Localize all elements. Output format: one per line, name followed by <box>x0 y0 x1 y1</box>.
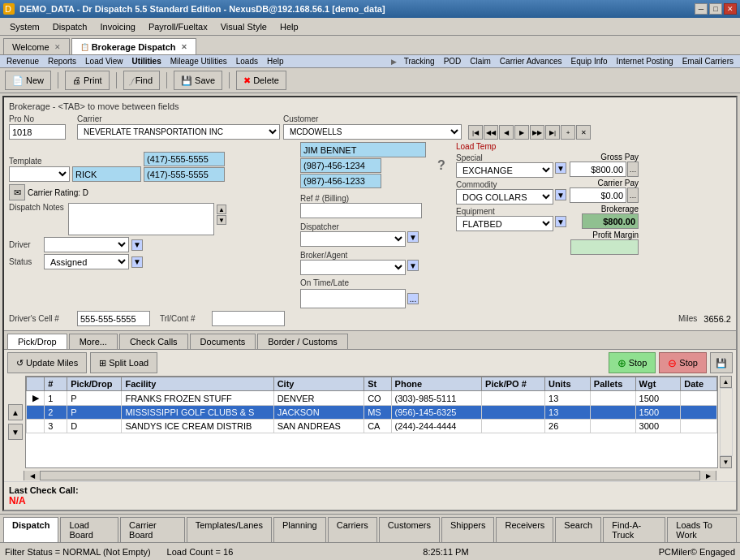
nav-add[interactable]: + <box>561 125 575 140</box>
dispatcher-expand-icon[interactable]: ▼ <box>407 231 419 243</box>
bottom-tab-planning[interactable]: Planning <box>273 517 326 542</box>
driver-name-field[interactable] <box>72 166 141 182</box>
bottom-tab-carrier-board[interactable]: Carrier Board <box>120 517 185 542</box>
carrier-pay-expand[interactable]: … <box>627 187 639 203</box>
carrier-pay-field[interactable] <box>570 187 626 203</box>
driver-select[interactable] <box>44 237 129 252</box>
sub-carrier-advances[interactable]: Carrier Advances <box>497 56 566 67</box>
tab-brokerage-close[interactable]: ✕ <box>181 43 187 51</box>
scroll-up-icon[interactable]: ▲ <box>217 205 226 214</box>
sub-email-carriers[interactable]: Email Carriers <box>679 56 737 67</box>
gross-pay-field[interactable] <box>570 162 626 177</box>
tab-brokerage-dispatch[interactable]: 📋 Brokerage Dispatch ✕ <box>71 38 196 54</box>
carrier-phone2[interactable] <box>144 167 225 182</box>
split-load-button[interactable]: ⊞ Split Load <box>90 352 157 373</box>
on-time-field[interactable] <box>300 289 406 308</box>
nav-next-far[interactable]: ▶▶ <box>530 125 544 140</box>
tab-documents[interactable]: Documents <box>190 334 256 349</box>
brokerage-field[interactable] <box>582 213 639 229</box>
special-expand-icon[interactable]: ▼ <box>555 162 566 174</box>
nav-prev-far[interactable]: ◀◀ <box>484 125 498 140</box>
tab-check-calls[interactable]: Check Calls <box>119 334 188 349</box>
equipment-select[interactable]: FLATBED <box>456 216 553 231</box>
save-row-button[interactable]: 💾 <box>710 352 733 373</box>
template-select[interactable] <box>9 166 70 182</box>
table-row[interactable]: 2 P MISSISSIPPI GOLF CLUBS & S JACKSON M… <box>27 406 717 420</box>
update-miles-button[interactable]: ↺ Update Miles <box>7 352 87 373</box>
close-button[interactable]: ✕ <box>724 3 737 15</box>
minimize-button[interactable]: ─ <box>695 3 708 15</box>
sub-help[interactable]: Help <box>264 56 287 67</box>
status-expand-icon[interactable]: ▼ <box>131 256 143 268</box>
bottom-tab-templates[interactable]: Templates/Lanes <box>187 517 272 542</box>
row-up-button[interactable]: ▲ <box>8 404 23 420</box>
commodity-select[interactable]: DOG COLLARS <box>456 189 553 205</box>
tab-more[interactable]: More... <box>69 334 118 349</box>
on-time-expand-icon[interactable]: ... <box>407 293 419 304</box>
sub-loads[interactable]: Loads <box>233 56 261 67</box>
stop-red-button[interactable]: ⊖ Stop <box>659 352 707 373</box>
menu-help[interactable]: Help <box>273 20 305 33</box>
bottom-tab-dispatch[interactable]: Dispatch <box>3 517 58 542</box>
gross-pay-expand[interactable]: … <box>627 162 639 177</box>
tab-border-customs[interactable]: Border / Customs <box>257 334 348 349</box>
contact-name-field[interactable] <box>300 142 426 157</box>
bottom-tab-customers[interactable]: Customers <box>379 517 440 542</box>
contact-phone1[interactable] <box>300 158 381 173</box>
menu-payroll[interactable]: Payroll/Fueltax <box>142 20 214 33</box>
tab-welcome[interactable]: Welcome ✕ <box>3 38 70 54</box>
sub-reports[interactable]: Reports <box>45 56 80 67</box>
carrier-phone1[interactable] <box>144 152 225 166</box>
menu-visual-style[interactable]: Visual Style <box>214 20 273 33</box>
broker-expand-icon[interactable]: ▼ <box>407 260 419 271</box>
maximize-button[interactable]: □ <box>709 3 722 15</box>
sub-mileage[interactable]: Mileage Utilities <box>167 56 230 67</box>
bottom-tab-search[interactable]: Search <box>555 517 601 542</box>
bottom-tab-loads-to-work[interactable]: Loads To Work <box>667 517 737 542</box>
table-row[interactable]: ▶ 1 P FRANKS FROZEN STUFF DENVER CO (303… <box>27 391 717 406</box>
nav-first[interactable]: |◀ <box>468 125 483 140</box>
save-button[interactable]: 💾 Save <box>174 71 222 90</box>
dispatch-notes-field[interactable] <box>68 203 214 235</box>
tab-welcome-close[interactable]: ✕ <box>54 43 61 51</box>
expand-icon[interactable]: ▼ <box>131 239 143 251</box>
special-select[interactable]: EXCHANGE <box>456 162 553 178</box>
sub-internet-posting[interactable]: Internet Posting <box>613 56 677 67</box>
pro-no-field[interactable] <box>9 124 66 140</box>
tab-pick-drop[interactable]: Pick/Drop <box>7 334 67 349</box>
sub-pod[interactable]: POD <box>441 56 465 67</box>
print-button[interactable]: 🖨 Print <box>65 71 110 90</box>
window-controls[interactable]: ─ □ ✕ <box>695 3 737 15</box>
broker-agent-select[interactable] <box>300 260 406 275</box>
equipment-expand-icon[interactable]: ▼ <box>555 216 566 227</box>
row-down-button[interactable]: ▼ <box>8 424 23 440</box>
profit-margin-field[interactable] <box>570 239 639 255</box>
nav-last[interactable]: ▶| <box>545 125 560 140</box>
hscroll-right[interactable]: ▶ <box>699 471 716 480</box>
stop-green-button[interactable]: ⊕ Stop <box>609 352 656 373</box>
nav-prev[interactable]: ◀ <box>499 125 514 140</box>
sub-load-view[interactable]: Load View <box>82 56 127 67</box>
drivers-cell-field[interactable] <box>77 311 150 326</box>
bottom-tab-load-board[interactable]: Load Board <box>60 517 118 542</box>
commodity-expand-icon[interactable]: ▼ <box>555 189 566 200</box>
dispatcher-select[interactable] <box>300 231 406 247</box>
bottom-tab-shippers[interactable]: Shippers <box>441 517 494 542</box>
table-scroll-up[interactable]: ▲ <box>720 376 732 388</box>
sub-claim[interactable]: Claim <box>467 56 494 67</box>
hscroll-left[interactable]: ◀ <box>24 471 41 480</box>
nav-next[interactable]: ▶ <box>514 125 529 140</box>
carrier-select[interactable]: NEVERLATE TRANSPORTATION INC <box>77 124 280 140</box>
bottom-tab-receivers[interactable]: Receivers <box>496 517 553 542</box>
menu-invoicing[interactable]: Invoicing <box>93 20 141 33</box>
sub-utilities[interactable]: Utilities <box>129 56 165 67</box>
nav-delete[interactable]: ✕ <box>576 125 591 140</box>
scroll-down-icon[interactable]: ▼ <box>217 215 226 225</box>
contact-phone2[interactable] <box>300 174 381 188</box>
envelope-icon[interactable]: ✉ <box>9 184 25 200</box>
sub-revenue[interactable]: Revenue <box>3 56 42 67</box>
customer-select[interactable]: MCDOWELLS <box>283 124 462 140</box>
status-select[interactable]: Assigned <box>44 254 129 269</box>
table-scroll-down[interactable]: ▼ <box>720 456 732 468</box>
bottom-tab-carriers[interactable]: Carriers <box>328 517 377 542</box>
